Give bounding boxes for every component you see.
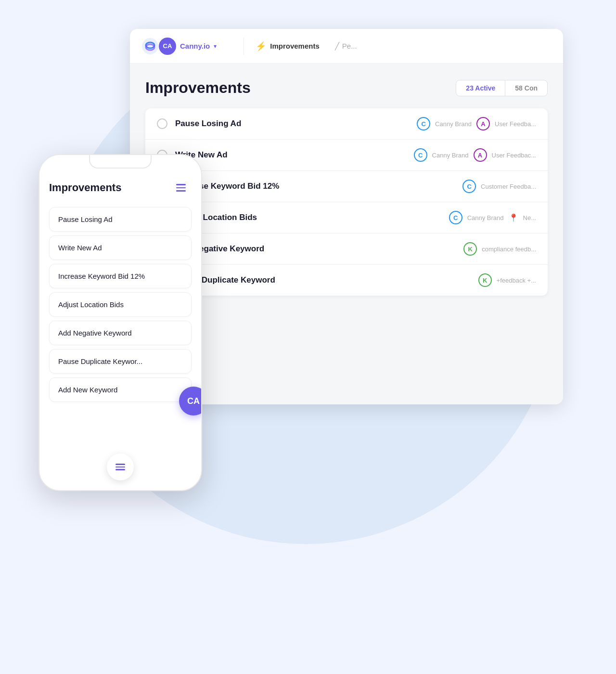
phone-item-list: Pause Losing Ad Write New Ad Increase Ke… — [49, 207, 192, 402]
list-item[interactable]: Add Negative Keyword — [49, 321, 192, 345]
tabs-container: 23 Active 58 Con — [456, 80, 548, 96]
list-item[interactable]: Increase Keyword Bid 12% — [49, 264, 192, 288]
tag-a-icon: A — [476, 117, 490, 130]
menu-line-1 — [176, 184, 186, 185]
row-tags: K compliance feedb... — [463, 242, 536, 256]
row-tags: C Canny Brand 📍 Ne... — [449, 211, 536, 224]
row-tags: C Customer Feedba... — [462, 180, 536, 193]
table-row[interactable]: Add Negative Keyword K compliance feedb.… — [145, 233, 548, 265]
tag-c-text: Canny Brand — [467, 214, 504, 221]
row-title: Add Negative Keyword — [175, 244, 456, 254]
tag-k-text: compliance feedb... — [482, 246, 536, 253]
svg-point-0 — [142, 38, 158, 54]
tag-k-icon: K — [478, 273, 492, 287]
row-checkbox[interactable] — [157, 118, 167, 129]
tag-c-text: Canny Brand — [432, 152, 469, 159]
mobile-phone: Improvements Pause Losing Ad Write New A… — [38, 154, 202, 491]
performance-nav[interactable]: ╱ Pe... — [335, 42, 357, 51]
row-title: Increase Keyword Bid 12% — [175, 181, 455, 191]
phone-header: Improvements — [49, 180, 192, 195]
menu-line-2 — [176, 187, 186, 189]
row-tags: K +feedback +... — [478, 273, 536, 287]
bottom-bar-line-3 — [116, 469, 125, 470]
tag-a-text: User Feedba... — [495, 120, 536, 128]
row-title: Pause Losing Ad — [175, 119, 409, 129]
table-row[interactable]: Increase Keyword Bid 12% C Customer Feed… — [145, 171, 548, 202]
account-avatar: CA — [159, 38, 176, 55]
tag-c-text: Customer Feedba... — [481, 183, 536, 190]
lightning-icon: ⚡ — [256, 41, 266, 52]
location-icon: 📍 — [509, 213, 518, 222]
account-selector[interactable]: CA Canny.io ▾ — [159, 38, 217, 55]
row-title: Write New Ad — [175, 150, 406, 160]
tab-active[interactable]: 23 Active — [456, 80, 505, 96]
tag-c-text: Canny Brand — [435, 120, 472, 128]
account-name: Canny.io — [180, 42, 210, 50]
phone-content: Improvements Pause Losing Ad Write New A… — [39, 155, 201, 490]
bottom-bar-line-2 — [116, 467, 125, 468]
tag-c-icon: C — [414, 148, 427, 162]
tag-k-text: +feedback +... — [497, 277, 536, 284]
phone-title: Improvements — [49, 181, 121, 194]
row-title: Pause Duplicate Keyword — [175, 275, 471, 285]
tag-c-icon: C — [462, 180, 476, 193]
row-title: Adjust Location Bids — [175, 213, 441, 222]
improvement-list: Pause Losing Ad C Canny Brand A User Fee… — [145, 108, 548, 296]
page-title: Improvements — [145, 79, 251, 97]
app-logo-icon — [141, 38, 159, 55]
list-item[interactable]: Add New Keyword — [49, 377, 192, 402]
nav-improvements-label: Improvements — [270, 42, 320, 50]
table-row[interactable]: Pause Losing Ad C Canny Brand A User Fee… — [145, 108, 548, 140]
tab-completed[interactable]: 58 Con — [505, 80, 547, 96]
list-item[interactable]: Pause Losing Ad — [49, 207, 192, 232]
table-row[interactable]: Write New Ad C Canny Brand A User Feedba… — [145, 140, 548, 171]
tag-a-text: User Feedbac... — [492, 152, 537, 159]
menu-line-3 — [176, 190, 186, 192]
table-row[interactable]: Pause Duplicate Keyword K +feedback +... — [145, 265, 548, 296]
tag-c-icon: C — [449, 211, 462, 224]
chevron-down-icon: ▾ — [214, 43, 217, 50]
list-item[interactable]: Write New Ad — [49, 235, 192, 260]
tag-c-icon: C — [417, 117, 430, 130]
table-row[interactable]: Adjust Location Bids C Canny Brand 📍 Ne.… — [145, 202, 548, 233]
tag-k-icon: K — [463, 242, 477, 256]
nav-secondary-label: Pe... — [342, 42, 357, 50]
improvements-nav[interactable]: ⚡ Improvements — [256, 41, 320, 52]
desktop-header: CA Canny.io ▾ ⚡ Improvements ╱ Pe... — [130, 29, 563, 64]
list-item[interactable]: Adjust Location Bids — [49, 292, 192, 317]
phone-notch — [89, 155, 152, 168]
title-row: Improvements 23 Active 58 Con — [145, 79, 548, 97]
tag-location-text: Ne... — [523, 214, 536, 221]
bottom-bar-line-1 — [116, 464, 125, 465]
list-item[interactable]: Pause Duplicate Keywor... — [49, 349, 192, 374]
bottom-nav-button[interactable] — [107, 454, 134, 480]
row-tags: C Canny Brand A User Feedba... — [417, 117, 536, 130]
header-divider — [244, 38, 244, 55]
row-tags: C Canny Brand A User Feedbac... — [414, 148, 536, 162]
hamburger-menu-button[interactable] — [176, 180, 192, 195]
tag-a-icon: A — [474, 148, 487, 162]
chart-icon: ╱ — [335, 42, 339, 51]
